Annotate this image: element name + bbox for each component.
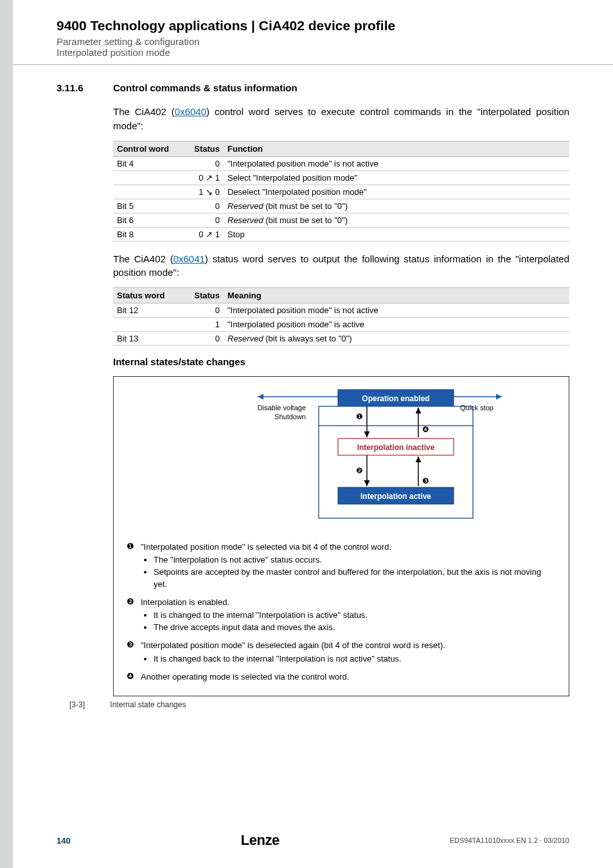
state-interpolation-active: Interpolation active [360,492,431,501]
t1-h3: Function [224,141,569,156]
legend-head-1: "Interpolated position mode" is selected… [141,542,391,552]
section-number: 3.11.6 [57,82,113,93]
t1-h1: Control word [113,141,177,156]
legend-num-1: ❶ [127,541,141,593]
t1-h2: Status [177,141,224,156]
caption-text: Internal state changes [110,700,186,709]
label-shutdown: Shutdown [274,413,306,420]
document-id: EDS94TA11010xxxx EN 1.2 · 03/2010 [450,836,569,844]
t2-h1: Status word [113,288,177,303]
page-footer: 140 Lenze EDS94TA11010xxxx EN 1.2 · 03/2… [57,832,569,849]
table-row: 0 ↗ 1Select "Interpolated position mode" [113,170,569,185]
legend-item-4: ❹ Another operating mode is selected via… [127,671,556,683]
table-row: 1"Interpolated position mode" is active [113,318,569,332]
caption-num: [3-3] [69,700,85,709]
legend-item-3: ❸ "Interpolated position mode" is desele… [127,640,556,667]
table-row: Bit 130Reserved (bit is always set to "0… [113,332,569,346]
legend-num-3: ❸ [127,640,141,667]
marker-4: ❹ [422,425,429,434]
t2-h3: Meaning [224,288,569,303]
subheading-internal-states: Internal states/state changes [113,356,569,367]
intro-paragraph-2: The CiA402 (0x6041) status word serves t… [113,252,569,280]
marker-1: ❶ [356,412,363,421]
table-row: Bit 50Reserved (bit must be set to "0") [113,199,569,213]
legend-bullet: The drive accepts input data and moves t… [154,622,556,633]
link-0x6041[interactable]: 0x6041 [173,253,205,264]
section-heading: 3.11.6 Control commands & status informa… [57,82,569,93]
link-0x6040[interactable]: 0x6040 [175,106,206,117]
state-interpolation-inactive: Interpolation inactive [357,443,435,452]
status-word-table: Status word Status Meaning Bit 120"Inter… [113,287,569,346]
page-number: 140 [57,836,71,845]
legend-head-2: Interpolation is enabled. [141,597,229,607]
table-row: Bit 80 ↗ 1Stop [113,227,569,241]
page-header: 9400 Technology applications | CiA402 de… [13,0,613,65]
legend-bullet: It is changed back to the internal "Inte… [154,653,556,665]
figure-caption: [3-3] Internal state changes [69,700,569,709]
state-operation-enabled: Operation enabled [362,394,429,403]
marker-3: ❸ [422,476,429,485]
section-title: Control commands & status information [113,82,298,93]
legend-bullet: Setpoints are accepted by the master con… [154,566,556,590]
legend-num-2: ❷ [127,597,141,637]
label-quick-stop: Quick stop [460,404,493,411]
legend-bullet: It is changed to the internal "Interpola… [154,610,556,621]
legend-head-3: "Interpolated position mode" is deselect… [141,640,445,650]
legend-bullet: The "interpolation is not active" status… [154,554,556,566]
header-sub2: Interpolated position mode [57,47,594,58]
state-diagram-svg: Disable voltage Shutdown Quick stop Oper… [174,387,508,529]
table-row: Bit 40"Interpolated position mode" is no… [113,156,569,170]
lenze-logo: Lenze [241,832,280,849]
table-row: Bit 60Reserved (bit must be set to "0") [113,213,569,227]
legend-item-2: ❷ Interpolation is enabled. It is change… [127,597,556,637]
header-title: 9400 Technology applications | CiA402 de… [57,18,594,33]
header-sub1: Parameter setting & configuration [57,36,594,47]
legend-num-4: ❹ [127,671,141,683]
content-area: 3.11.6 Control commands & status informa… [57,82,569,709]
left-margin-bar [0,0,13,868]
marker-2: ❷ [356,466,363,475]
legend-item-1: ❶ "Interpolated position mode" is select… [127,541,556,593]
control-word-table: Control word Status Function Bit 40"Inte… [113,141,569,242]
label-disable-voltage: Disable voltage [258,404,306,411]
state-diagram-figure: Disable voltage Shutdown Quick stop Oper… [113,376,569,696]
intro1-pre: The CiA402 ( [113,106,175,117]
table-row: 1 ↘ 0Deselect "Interpolated position mod… [113,185,569,199]
intro-paragraph-1: The CiA402 (0x6040) control word serves … [113,105,569,133]
legend-head-4: Another operating mode is selected via t… [141,672,349,682]
table-row: Bit 120"Interpolated position mode" is n… [113,303,569,318]
intro2-pre: The CiA402 ( [113,253,173,264]
t2-h2: Status [177,288,224,303]
